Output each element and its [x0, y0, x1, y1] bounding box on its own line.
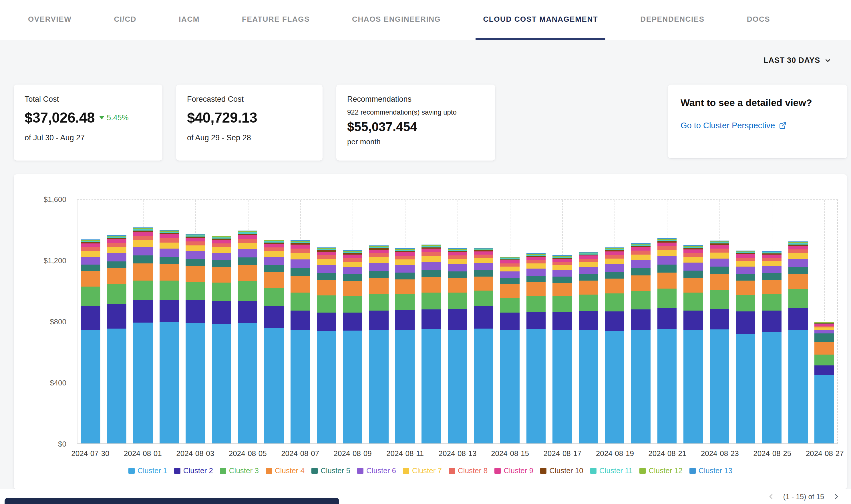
bar-segment-cluster-5[interactable] [553, 276, 572, 283]
bar-segment-cluster-4[interactable] [631, 275, 650, 291]
bar-segment-cluster-5[interactable] [238, 257, 258, 265]
bar-segment-cluster-1[interactable] [605, 331, 624, 444]
bar-segment-cluster-7[interactable] [500, 267, 520, 271]
bar-segment-cluster-5[interactable] [605, 272, 624, 278]
bar-segment-cluster-8[interactable] [421, 252, 441, 256]
bar-segment-cluster-6[interactable] [814, 330, 834, 334]
legend-item-cluster-10[interactable]: Cluster 10 [540, 466, 583, 475]
bar-segment-cluster-4[interactable] [421, 277, 441, 292]
bar-segment-cluster-2[interactable] [133, 300, 153, 323]
bar-segment-cluster-6[interactable] [448, 264, 467, 272]
bar-segment-cluster-7[interactable] [421, 256, 441, 262]
bar-segment-cluster-7[interactable] [762, 261, 782, 266]
bar-segment-cluster-4[interactable] [683, 278, 703, 292]
bar-segment-cluster-1[interactable] [500, 330, 520, 444]
bar-segment-cluster-4[interactable] [788, 274, 808, 289]
bar-segment-cluster-8[interactable] [160, 238, 179, 242]
bar-segment-cluster-2[interactable] [474, 306, 493, 328]
bar-segment-cluster-6[interactable] [133, 247, 153, 256]
bar-segment-cluster-2[interactable] [448, 309, 467, 330]
bar-segment-cluster-3[interactable] [710, 290, 729, 309]
bar-segment-cluster-4[interactable] [291, 276, 310, 293]
bar-segment-cluster-2[interactable] [500, 312, 520, 330]
bar-segment-cluster-1[interactable] [133, 323, 153, 444]
chart-bar-2024-08-07[interactable] [287, 200, 313, 444]
bar-segment-cluster-9[interactable] [133, 232, 153, 236]
bar-segment-cluster-3[interactable] [788, 289, 808, 308]
bar-segment-cluster-2[interactable] [291, 310, 310, 330]
bar-segment-cluster-2[interactable] [81, 306, 100, 330]
bar-segment-cluster-5[interactable] [579, 274, 598, 281]
chart-bar-2024-08-12[interactable] [418, 200, 445, 444]
bar-segment-cluster-8[interactable] [186, 241, 205, 245]
bar-segment-cluster-6[interactable] [474, 263, 493, 270]
bar-segment-cluster-1[interactable] [448, 330, 467, 444]
bar-segment-cluster-5[interactable] [500, 278, 520, 284]
bar-segment-cluster-2[interactable] [631, 309, 650, 329]
bar-segment-cluster-6[interactable] [553, 270, 572, 276]
bar-segment-cluster-6[interactable] [579, 267, 598, 274]
bar-segment-cluster-8[interactable] [264, 248, 284, 251]
bar-segment-cluster-5[interactable] [291, 268, 310, 276]
bar-segment-cluster-5[interactable] [317, 273, 336, 280]
chart-bar-2024-08-03[interactable] [183, 200, 209, 444]
bar-segment-cluster-3[interactable] [186, 282, 205, 301]
bar-segment-cluster-4[interactable] [710, 274, 729, 290]
date-range-dropdown[interactable]: LAST 30 DAYS [764, 56, 832, 65]
bar-segment-cluster-7[interactable] [317, 259, 336, 265]
bar-segment-cluster-6[interactable] [657, 256, 677, 265]
bar-segment-cluster-3[interactable] [657, 289, 677, 308]
tab-docs[interactable]: DOCS [740, 0, 778, 40]
bar-segment-cluster-1[interactable] [264, 328, 284, 444]
bar-segment-cluster-6[interactable] [421, 262, 441, 270]
chart-bar-2024-08-16[interactable] [523, 200, 549, 444]
bar-segment-cluster-9[interactable] [605, 251, 624, 255]
bar-segment-cluster-2[interactable] [317, 312, 336, 331]
legend-item-cluster-8[interactable]: Cluster 8 [449, 466, 488, 475]
bar-segment-cluster-2[interactable] [343, 312, 362, 330]
bar-segment-cluster-8[interactable] [107, 243, 127, 247]
bar-segment-cluster-8[interactable] [788, 249, 808, 253]
chart-bar-2024-08-01[interactable] [130, 200, 156, 444]
bar-segment-cluster-3[interactable] [579, 294, 598, 311]
bar-segment-cluster-1[interactable] [683, 330, 703, 444]
bar-segment-cluster-6[interactable] [291, 259, 310, 268]
bar-segment-cluster-5[interactable] [788, 267, 808, 274]
legend-item-cluster-13[interactable]: Cluster 13 [690, 466, 733, 475]
bar-segment-cluster-8[interactable] [395, 256, 415, 260]
chart-bar-2024-08-19[interactable] [602, 200, 628, 444]
bar-segment-cluster-7[interactable] [788, 253, 808, 259]
bar-segment-cluster-8[interactable] [448, 255, 467, 259]
bar-segment-cluster-7[interactable] [212, 247, 231, 253]
bar-segment-cluster-4[interactable] [343, 281, 362, 296]
bar-segment-cluster-5[interactable] [526, 276, 546, 282]
bar-segment-cluster-7[interactable] [81, 251, 100, 256]
bar-segment-cluster-1[interactable] [553, 330, 572, 444]
bar-segment-cluster-9[interactable] [683, 249, 703, 253]
bar-segment-cluster-3[interactable] [421, 292, 441, 310]
bar-segment-cluster-6[interactable] [107, 253, 127, 261]
bar-segment-cluster-1[interactable] [631, 330, 650, 444]
legend-item-cluster-4[interactable]: Cluster 4 [266, 466, 305, 475]
bar-segment-cluster-5[interactable] [107, 262, 127, 268]
bar-segment-cluster-3[interactable] [133, 281, 153, 300]
chart-bar-2024-08-05[interactable] [235, 200, 261, 444]
bar-segment-cluster-8[interactable] [553, 262, 572, 265]
bar-segment-cluster-1[interactable] [291, 330, 310, 444]
bar-segment-cluster-8[interactable] [369, 253, 388, 257]
bar-segment-cluster-5[interactable] [160, 257, 179, 264]
bar-segment-cluster-3[interactable] [395, 294, 415, 310]
chart-bar-2024-08-02[interactable] [156, 200, 183, 444]
bar-segment-cluster-6[interactable] [736, 267, 756, 274]
bar-segment-cluster-1[interactable] [238, 323, 258, 444]
bar-segment-cluster-6[interactable] [343, 267, 362, 274]
bar-segment-cluster-4[interactable] [160, 264, 179, 281]
bar-segment-cluster-6[interactable] [212, 253, 231, 260]
bar-segment-cluster-2[interactable] [238, 301, 258, 323]
bar-segment-cluster-9[interactable] [526, 257, 546, 260]
legend-item-cluster-7[interactable]: Cluster 7 [403, 466, 442, 475]
bar-segment-cluster-4[interactable] [186, 266, 205, 282]
bar-segment-cluster-8[interactable] [526, 260, 546, 264]
bar-segment-cluster-5[interactable] [186, 259, 205, 266]
bar-segment-cluster-7[interactable] [710, 253, 729, 258]
